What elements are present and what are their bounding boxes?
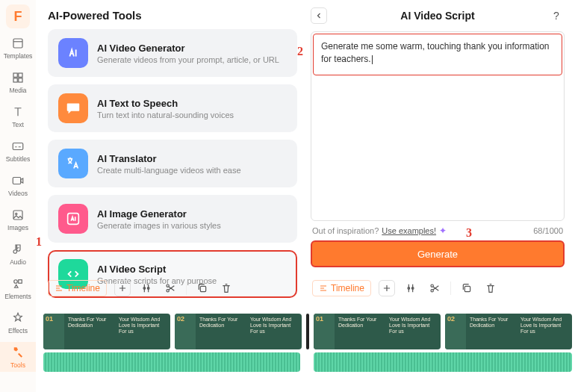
tool-name: AI Video Generator xyxy=(97,43,279,54)
back-button[interactable] xyxy=(311,7,327,24)
clip-number: 01 xyxy=(46,315,53,323)
audio-gap xyxy=(305,352,309,372)
translate-icon xyxy=(58,149,88,178)
tool-name: AI Text to Speech xyxy=(97,98,234,109)
videos-icon xyxy=(10,173,25,188)
generate-button[interactable]: Generate xyxy=(311,240,565,267)
app-logo: F xyxy=(6,4,30,28)
tools-panel-title: AI-Powered Tools xyxy=(48,9,297,22)
svg-rect-10 xyxy=(19,280,22,284)
tool-card-text-to-speech[interactable]: AI Text to Speech Turn text into natural… xyxy=(48,84,297,132)
text-icon xyxy=(10,105,25,119)
tool-card-translator[interactable]: AI Translator Create multi-language vide… xyxy=(48,140,297,187)
images-icon xyxy=(10,208,25,223)
timeline-clip[interactable]: 02 Thanks For Your DedicationYour Wisdom… xyxy=(445,314,572,349)
sidebar-item-label: Images xyxy=(7,224,28,231)
sidebar-item-media[interactable]: Media xyxy=(0,67,36,97)
svg-rect-2 xyxy=(19,73,22,77)
sidebar-item-images[interactable]: Images xyxy=(0,205,36,234)
clip-text: Your Wisdom And Love Is Important For us xyxy=(250,317,298,346)
speech-bubble-icon xyxy=(58,93,88,123)
sidebar-item-elements[interactable]: Elements xyxy=(0,273,36,303)
sidebar-item-templates[interactable]: Templates xyxy=(0,33,36,63)
clip-number: 02 xyxy=(447,315,455,323)
delete-button[interactable] xyxy=(482,280,499,296)
sparkle-icon: ✦ xyxy=(439,225,447,236)
sidebar-item-videos[interactable]: Videos xyxy=(0,170,36,200)
separator xyxy=(186,281,187,295)
clip-text: Your Wisdom And Love Is Important For us xyxy=(520,317,568,346)
timeline-clip[interactable]: 01 Thanks For Your DedicationYour Wisdom… xyxy=(43,314,170,349)
copy-button[interactable] xyxy=(194,280,211,296)
image-ai-icon xyxy=(58,204,88,234)
sidebar-item-label: Videos xyxy=(8,190,28,197)
svg-rect-7 xyxy=(13,211,22,220)
split-button[interactable] xyxy=(138,280,155,296)
svg-rect-3 xyxy=(13,78,17,82)
sidebar-item-effects[interactable]: Effects xyxy=(0,308,36,337)
svg-point-8 xyxy=(16,213,17,214)
timeline-clip[interactable]: 01 Thanks For Your DedicationYour Wisdom… xyxy=(314,314,441,349)
svg-point-19 xyxy=(431,290,433,292)
char-counter: 68/1000 xyxy=(533,226,563,235)
cut-button[interactable] xyxy=(162,280,178,296)
help-button[interactable]: ? xyxy=(548,7,565,24)
clip-text: Thanks For Your Dedication xyxy=(199,317,247,346)
tool-card-image-generator[interactable]: AI Image Generator Generate images in va… xyxy=(48,195,297,243)
tool-desc: Generate videos from your prompt, articl… xyxy=(97,55,279,64)
svg-rect-5 xyxy=(13,143,23,150)
svg-rect-21 xyxy=(464,286,470,291)
effects-icon xyxy=(10,311,25,326)
audio-clip[interactable] xyxy=(314,352,572,372)
timeline-chip[interactable]: Timeline xyxy=(48,280,107,296)
sidebar-item-label: Tools xyxy=(10,361,25,369)
templates-icon xyxy=(10,36,25,51)
tool-card-video-generator[interactable]: AI Video Generator Generate videos from … xyxy=(48,29,297,77)
timeline-chip[interactable]: Timeline xyxy=(312,280,371,296)
svg-point-14 xyxy=(167,290,169,292)
cut-button[interactable] xyxy=(426,280,443,296)
sidebar-item-text[interactable]: Text xyxy=(0,102,36,131)
prompt-textarea[interactable]: Generate me some warm, touching thank yo… xyxy=(311,31,565,221)
delete-button[interactable] xyxy=(218,280,234,296)
tool-desc: Create multi-language videos with ease xyxy=(97,166,241,175)
clip-text: Thanks For Your Dedication xyxy=(338,317,386,346)
ai-logo-icon xyxy=(58,38,88,68)
subtitles-icon xyxy=(10,139,25,154)
svg-point-15 xyxy=(167,284,169,287)
tool-name: AI Video Script xyxy=(97,264,217,275)
sidebar-item-label: Templates xyxy=(4,52,33,60)
tool-desc: Turn text into natural-sounding voices xyxy=(97,111,234,119)
svg-point-9 xyxy=(14,280,18,284)
clip-number: 01 xyxy=(316,315,323,323)
sidebar-item-label: Subtitles xyxy=(6,155,31,163)
tools-icon xyxy=(10,345,25,360)
clip-text: Thanks For Your Dedication xyxy=(68,317,116,346)
svg-rect-16 xyxy=(200,286,205,291)
audio-track[interactable] xyxy=(43,352,575,372)
audio-clip[interactable] xyxy=(43,352,300,372)
tool-desc: Generate images in various styles xyxy=(97,221,221,230)
elements-icon xyxy=(10,276,25,291)
sidebar-item-subtitles[interactable]: Subtitles xyxy=(0,136,36,166)
prompt-text: Generate me some warm, touching thank yo… xyxy=(321,41,549,64)
svg-rect-0 xyxy=(13,39,22,48)
sidebar-item-label: Elements xyxy=(4,293,31,300)
clip-number: 02 xyxy=(177,315,184,323)
text-cursor xyxy=(372,55,373,64)
timeline-clip[interactable]: 02 Thanks For Your DedicationYour Wisdom… xyxy=(175,314,302,349)
sidebar-item-audio[interactable]: Audio xyxy=(0,239,36,269)
add-button[interactable] xyxy=(379,280,395,296)
split-button[interactable] xyxy=(402,280,419,296)
sidebar-item-tools[interactable]: Tools xyxy=(0,342,36,372)
clip-text: Your Wisdom And Love Is Important For us xyxy=(389,317,437,346)
copy-button[interactable] xyxy=(459,280,475,296)
script-panel-title: AI Video Script xyxy=(327,10,548,22)
sidebar-item-label: Media xyxy=(9,87,26,94)
add-button[interactable] xyxy=(114,280,131,296)
inspire-label: Out of inspiration? xyxy=(312,226,379,235)
use-examples-link[interactable]: Use examples! xyxy=(382,226,436,235)
clip-text: Your Wisdom And Love Is Important For us xyxy=(119,317,167,346)
tool-name: AI Translator xyxy=(97,153,241,164)
timeline-label: Timeline xyxy=(66,283,100,293)
